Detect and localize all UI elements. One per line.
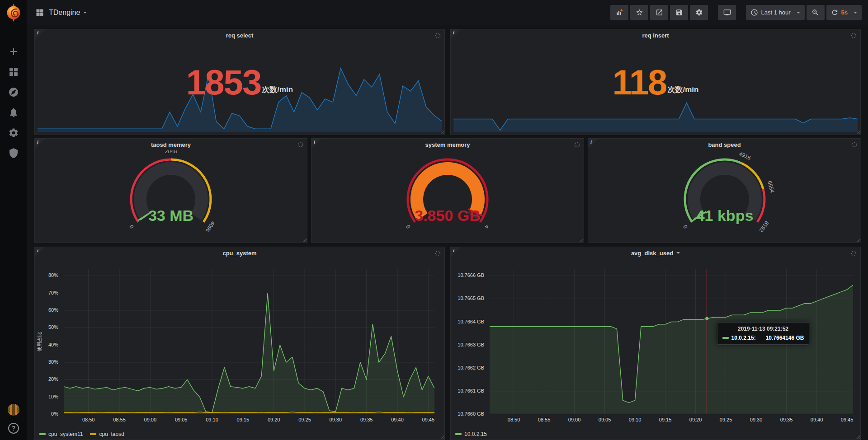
grafana-logo-icon xyxy=(5,4,23,22)
chevron-down-icon[interactable] xyxy=(83,12,87,14)
x-tick-label: 09:10 xyxy=(202,417,222,422)
tv-mode-button[interactable] xyxy=(718,5,736,20)
svg-text:4916: 4916 xyxy=(738,150,751,161)
svg-text:0: 0 xyxy=(405,224,411,230)
clock-icon xyxy=(750,9,758,16)
dashboard-grid-icon[interactable] xyxy=(35,8,44,17)
x-tick-label: 08:55 xyxy=(109,417,129,422)
legend: 10.0.2.15 xyxy=(455,431,487,437)
panel-header[interactable]: req insert xyxy=(451,29,860,41)
refresh-interval-label[interactable]: 5s xyxy=(841,9,848,16)
legend-swatch xyxy=(90,433,96,435)
svg-text:4096: 4096 xyxy=(204,220,216,234)
avg-disk-used-graph: 10.7660 GB10.7661 GB10.7662 GB10.7663 GB… xyxy=(451,259,860,440)
panel-header[interactable]: system memory xyxy=(311,139,584,150)
help-icon[interactable]: ? xyxy=(8,423,19,434)
panel-header[interactable]: taosd memery xyxy=(35,139,307,150)
x-tick-label: 09:40 xyxy=(387,417,407,422)
sidebar: ? xyxy=(0,0,27,440)
taosd-memory-gauge: 02048409633 MB xyxy=(112,150,230,243)
gauge: 049166554819241 kbps xyxy=(588,150,861,243)
panel-req-select: i req select 1853 次数/min xyxy=(34,29,445,135)
panel-loading-spinner-icon xyxy=(851,250,857,256)
panel-loading-spinner-icon xyxy=(851,142,857,148)
legend-label: cpu_taosd xyxy=(99,431,124,437)
dashboard-title[interactable]: TDengine xyxy=(49,9,80,17)
tooltip-series-label: 10.0.2.15: xyxy=(731,335,756,341)
user-avatar[interactable] xyxy=(8,404,19,416)
panel-info-icon[interactable]: i xyxy=(35,247,45,257)
navbar: TDengine Last 1 hour xyxy=(27,0,868,25)
panel-header[interactable]: avg_disk_used xyxy=(451,247,860,259)
tooltip-timestamp: 2019-11-13 09:21:52 xyxy=(722,326,804,332)
dashboards-icon[interactable] xyxy=(8,66,19,77)
x-axis: 08:5008:5509:0009:0509:1009:1509:2009:25… xyxy=(490,416,853,423)
panel-info-icon[interactable]: i xyxy=(311,139,321,149)
legend-item[interactable]: cpu_system11 xyxy=(39,431,83,437)
star-button[interactable] xyxy=(630,5,648,20)
x-tick-label: 08:55 xyxy=(534,417,554,422)
y-axis: 0%10%20%30%40%50%60%70%80% xyxy=(35,269,61,414)
x-tick-label: 08:50 xyxy=(79,417,99,422)
x-tick-label: 09:20 xyxy=(686,417,706,422)
chevron-down-icon xyxy=(797,12,800,14)
x-tick-label: 08:50 xyxy=(504,417,524,422)
configuration-gear-icon[interactable] xyxy=(8,127,19,138)
plot-area[interactable]: 2019-11-13 09:21:52 10.0.2.15: 10.766414… xyxy=(490,269,853,414)
y-tick-label: 10% xyxy=(48,394,58,399)
panel-info-icon[interactable]: i xyxy=(35,29,45,39)
add-icon[interactable] xyxy=(8,46,19,57)
gear-icon xyxy=(695,9,703,16)
sidebar-menu xyxy=(8,46,19,159)
grafana-logo[interactable] xyxy=(4,3,24,23)
svg-text:41 kbps: 41 kbps xyxy=(696,207,753,224)
panel-loading-spinner-icon xyxy=(851,33,857,38)
legend-item[interactable]: cpu_taosd xyxy=(90,431,124,437)
panel-loading-spinner-icon xyxy=(435,33,441,38)
y-tick-label: 10.7662 GB xyxy=(458,365,484,370)
time-range-picker[interactable]: Last 1 hour xyxy=(746,5,804,20)
refresh-button[interactable]: 5s xyxy=(826,5,862,20)
panel-header[interactable]: req select xyxy=(35,29,444,41)
panel-header[interactable]: cpu_system xyxy=(35,247,444,259)
add-panel-button[interactable] xyxy=(610,5,628,20)
svg-text:0: 0 xyxy=(128,224,135,230)
panel-taosd-memory: i taosd memery 02048409633 MB xyxy=(34,138,307,243)
zoom-out-button[interactable] xyxy=(807,5,825,20)
panel-info-icon[interactable]: i xyxy=(588,139,598,149)
security-shield-icon[interactable] xyxy=(8,148,19,159)
tooltip-series-row: 10.0.2.15: 10.7664146 GB xyxy=(722,335,804,341)
save-button[interactable] xyxy=(670,5,688,20)
legend-label: 10.0.2.15 xyxy=(464,431,487,437)
req-select-sparkline xyxy=(38,65,442,132)
panel-header[interactable]: band speed xyxy=(588,139,861,150)
y-tick-label: 50% xyxy=(48,324,58,330)
panel-title: avg_disk_used xyxy=(631,250,673,257)
x-tick-label: 09:35 xyxy=(357,417,377,422)
panel-info-icon[interactable]: i xyxy=(451,247,461,257)
x-tick-label: 09:00 xyxy=(565,417,585,422)
zoom-out-icon xyxy=(811,9,819,16)
panel-menu-caret-icon[interactable] xyxy=(676,252,680,254)
x-tick-label: 09:25 xyxy=(716,417,736,422)
x-tick-label: 09:20 xyxy=(264,417,284,422)
y-tick-label: 10.7664 GB xyxy=(458,319,484,324)
add-panel-icon xyxy=(616,9,623,16)
panel-info-icon[interactable]: i xyxy=(451,29,461,39)
panel-info-icon[interactable]: i xyxy=(35,139,45,149)
dashboard-settings-button[interactable] xyxy=(690,5,708,20)
alerting-bell-icon[interactable] xyxy=(8,107,19,118)
explore-compass-icon[interactable] xyxy=(8,87,19,98)
svg-text:33 MB: 33 MB xyxy=(148,207,193,224)
panel-title: req insert xyxy=(642,32,669,39)
band-speed-gauge: 049166554819241 kbps xyxy=(666,150,783,243)
refresh-icon xyxy=(831,9,839,16)
plot-area[interactable] xyxy=(64,269,434,414)
y-tick-label: 20% xyxy=(48,376,58,382)
sidebar-bottom: ? xyxy=(8,404,19,434)
legend-item[interactable]: 10.0.2.15 xyxy=(455,431,487,437)
share-button[interactable] xyxy=(650,5,668,20)
legend-label: cpu_system11 xyxy=(48,431,83,437)
legend-swatch xyxy=(39,433,46,435)
y-tick-label: 10.7666 GB xyxy=(458,272,484,278)
